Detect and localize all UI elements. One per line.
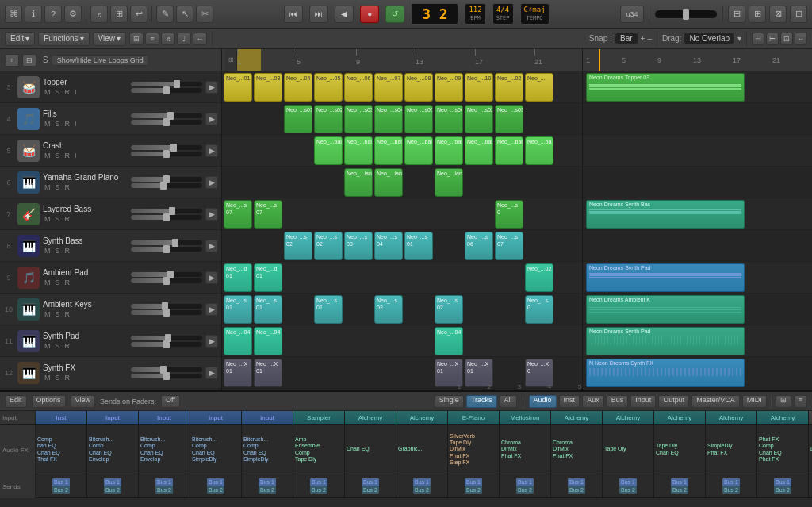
region-3-1[interactable]: Neo_...01 bbox=[224, 73, 252, 102]
show-live-loops-btn[interactable]: Show/Hide Live Loops Grid bbox=[52, 55, 149, 66]
add-track-btn[interactable]: + bbox=[5, 54, 19, 67]
solo-btn-10[interactable]: S bbox=[54, 310, 62, 318]
bus-cell-14[interactable]: Bus 1 Bus 2 bbox=[706, 474, 757, 497]
input-btn-4[interactable]: I bbox=[73, 120, 79, 128]
track-end-8[interactable]: ▶ bbox=[205, 240, 218, 252]
master-volume[interactable] bbox=[654, 10, 718, 19]
region-4-7[interactable]: Neo_...s02 bbox=[465, 105, 493, 133]
input-cell-4[interactable]: Input bbox=[190, 411, 242, 424]
volume-fader-7[interactable] bbox=[131, 209, 202, 213]
region-11-3[interactable]: Neo_...04 bbox=[435, 327, 463, 355]
record-btn-9[interactable]: R bbox=[63, 278, 72, 286]
region-3-10[interactable]: Neo_...02 bbox=[495, 73, 523, 102]
track-end-12[interactable]: ▶ bbox=[205, 367, 218, 379]
volume-fader-5[interactable] bbox=[131, 145, 202, 150]
mute-btn-11[interactable]: M bbox=[43, 342, 52, 350]
region-4-1[interactable]: Neo_...s01 bbox=[284, 105, 312, 133]
bus-cell-5[interactable]: Bus 1 Bus 2 bbox=[242, 474, 293, 497]
pan-fader-11[interactable] bbox=[131, 342, 202, 347]
sends-off-btn[interactable]: Off bbox=[161, 395, 180, 408]
pan-fader-12[interactable] bbox=[131, 374, 202, 378]
region-8-4[interactable]: Neo_...s 04 bbox=[374, 232, 403, 260]
volume-fader-8[interactable] bbox=[131, 240, 202, 245]
region-9-3[interactable]: Neo_...02 bbox=[525, 263, 553, 292]
region-5-1[interactable]: Neo_...bal bbox=[314, 136, 343, 165]
fx-cell-13[interactable]: Tape Dly Chan EQ bbox=[654, 425, 706, 474]
region-11-2[interactable]: Neo_...04 bbox=[254, 327, 282, 355]
fast-fwd-btn[interactable]: ⏭ bbox=[309, 6, 328, 23]
region-8-6[interactable]: Neo_...s 06 bbox=[465, 232, 493, 260]
input-cell-13[interactable]: Alchemy bbox=[654, 411, 706, 424]
region-3-2[interactable]: Neo_...03 bbox=[254, 73, 282, 102]
solo-btn-3[interactable]: S bbox=[54, 88, 62, 96]
track-end-10[interactable]: ▶ bbox=[205, 303, 218, 316]
master-vca-tab[interactable]: Master/VCA bbox=[691, 395, 740, 408]
record-btn-4[interactable]: R bbox=[63, 120, 72, 128]
input-cell-14[interactable]: Alchemy bbox=[706, 411, 757, 424]
region-5-7[interactable]: Neo_...bal bbox=[495, 136, 523, 165]
list-view-btn[interactable]: ≡ bbox=[145, 33, 159, 45]
solo-btn-6[interactable]: S bbox=[54, 183, 62, 191]
fx-cell-10[interactable]: Chroma DirMix Phat FX bbox=[500, 425, 551, 474]
region-5-5[interactable]: Neo_...bal bbox=[435, 136, 463, 165]
align-left-btn[interactable]: ⊣ bbox=[752, 33, 764, 45]
region-3-7[interactable]: Neo_...08 bbox=[404, 73, 433, 102]
list-toggle[interactable]: ≡ bbox=[794, 395, 807, 408]
rewind-btn[interactable]: ⏮ bbox=[284, 6, 303, 23]
region-6-1[interactable]: Neo_...iano bbox=[344, 168, 373, 197]
bus-cell-7[interactable]: Bus 1 Bus 2 bbox=[345, 474, 396, 497]
solo-btn-4[interactable]: S bbox=[54, 120, 62, 128]
solo-btn-9[interactable]: S bbox=[54, 278, 62, 286]
volume-fader-3[interactable] bbox=[131, 82, 202, 86]
info-btn[interactable]: ℹ bbox=[25, 6, 42, 23]
fx-cell-2[interactable]: Bitcrush... Comp Chan EQ Envelop bbox=[87, 425, 139, 474]
region-3-11[interactable]: Neo_... bbox=[525, 73, 553, 102]
region-10-4[interactable]: Neo_...s 02 bbox=[374, 295, 403, 324]
region-9-2[interactable]: Neo_...d 01 bbox=[254, 263, 282, 292]
fx-cell-16[interactable]: DirMix bbox=[809, 425, 812, 474]
volume-fader-6[interactable] bbox=[131, 177, 202, 182]
pan-fader-6[interactable] bbox=[131, 183, 202, 188]
region-9-1[interactable]: Neo_...d 01 bbox=[224, 263, 252, 292]
region-3-9[interactable]: Neo_...10 bbox=[465, 73, 493, 102]
region-4-8[interactable]: Neo_...s03 bbox=[495, 105, 523, 133]
region-5-4[interactable]: Neo_...bal bbox=[404, 136, 433, 165]
minus-btn[interactable]: – bbox=[647, 34, 652, 43]
all-tab[interactable]: All bbox=[500, 395, 517, 408]
fx-cell-4[interactable]: Bitcrush... Comp Chan EQ SimpleDly bbox=[190, 425, 242, 474]
record-btn-5[interactable]: R bbox=[63, 152, 72, 159]
solo-btn-7[interactable]: S bbox=[54, 215, 62, 223]
bus-cell-12[interactable]: Bus 1 Bus 2 bbox=[603, 474, 654, 497]
solo-btn-12[interactable]: S bbox=[54, 374, 62, 382]
region-12-1[interactable]: Neo_...X 01 bbox=[224, 359, 252, 387]
region-8-1[interactable]: Neo_...s 02 bbox=[284, 232, 312, 260]
input-cell-11[interactable]: Alchemy bbox=[551, 411, 603, 424]
region-10-2[interactable]: Neo_...s 01 bbox=[254, 295, 282, 324]
region-11-1[interactable]: Neo_...04 bbox=[224, 327, 252, 355]
fx-cell-14[interactable]: SimpleDly Phat FX bbox=[706, 425, 757, 474]
region-10-6[interactable]: Neo_...s 0 bbox=[525, 295, 553, 324]
track-end-6[interactable]: ▶ bbox=[205, 176, 218, 189]
input-cell-8[interactable]: Alchemy bbox=[396, 411, 448, 424]
bus-cell-13[interactable]: Bus 1 Bus 2 bbox=[654, 474, 706, 497]
pan-fader-8[interactable] bbox=[131, 247, 202, 252]
expand-btn[interactable]: ↔ bbox=[795, 33, 807, 45]
record-btn-6[interactable]: R bbox=[63, 183, 72, 191]
region-4-6[interactable]: Neo_...s06 bbox=[435, 105, 463, 133]
inst-tab[interactable]: Inst bbox=[559, 395, 580, 408]
bus-cell-1[interactable]: Bus 1 Bus 2 bbox=[36, 474, 87, 497]
record-btn-3[interactable]: R bbox=[63, 88, 72, 96]
region-8-3[interactable]: Neo_...s 03 bbox=[344, 232, 373, 260]
record-btn-8[interactable]: R bbox=[63, 247, 72, 255]
fx-cell-15[interactable]: Phat FX Comp Chan EQ Phat FX bbox=[757, 425, 809, 474]
pan-fader-9[interactable] bbox=[131, 278, 202, 283]
bus-cell-3[interactable]: Bus 1 Bus 2 bbox=[139, 474, 190, 497]
region-10-3[interactable]: Neo_...s 01 bbox=[314, 295, 343, 324]
region-5-3[interactable]: Neo_...bal bbox=[374, 136, 403, 165]
track-end-3[interactable]: ▶ bbox=[205, 81, 218, 94]
window-btn4[interactable]: ⊡ bbox=[790, 6, 807, 23]
tl-region-7[interactable]: Neon Dreams Synth Bas bbox=[586, 200, 745, 229]
tl-region-12[interactable]: N Neon Dreams Synth FX bbox=[586, 359, 745, 387]
view-menu-btn[interactable]: View ▾ bbox=[93, 32, 127, 46]
fx-cell-3[interactable]: Bitcrush... Comp Chan EQ Envelop bbox=[139, 425, 190, 474]
